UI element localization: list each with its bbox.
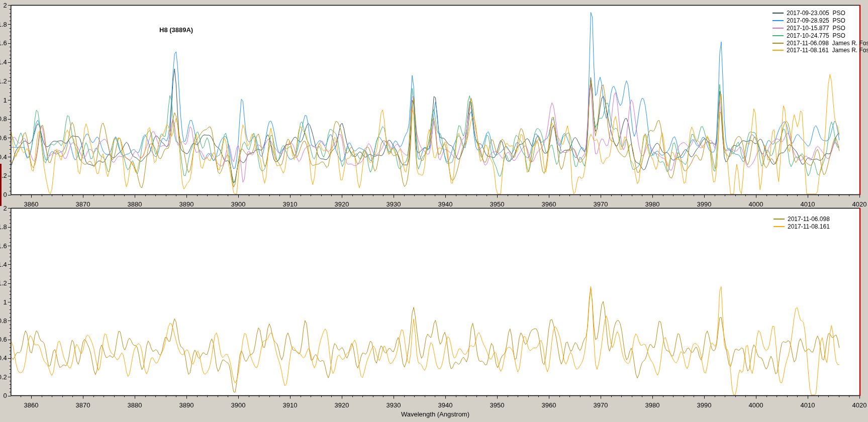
legend-label: 2017-11-06.098 — [788, 216, 830, 223]
legend-item: 2017-09-28.925 PSO — [773, 17, 868, 25]
legend-item: 2017-11-08.161 — [774, 223, 830, 231]
legend-label: 2017-11-06.098 James R. Foster — [787, 40, 868, 47]
legend-swatch — [773, 28, 784, 29]
spectra-viewer-window: H8 (3889A) 2017-09-23.005 PSO2017-09-28.… — [0, 0, 868, 422]
legend-swatch — [773, 20, 784, 21]
legend-label: 2017-10-24.775 PSO — [787, 32, 845, 39]
legend-label: 2017-11-08.161 James R. Foster — [787, 47, 868, 54]
legend-top: 2017-09-23.005 PSO2017-09-28.925 PSO2017… — [773, 10, 868, 54]
legend-swatch — [774, 219, 785, 220]
legend-label: 2017-11-08.161 — [788, 223, 830, 230]
legend-label: 2017-09-28.925 PSO — [787, 17, 845, 24]
legend-item: 2017-10-24.775 PSO — [773, 32, 868, 39]
legend-bottom: 2017-11-06.0982017-11-08.161 — [774, 216, 830, 231]
legend-item: 2017-11-06.098 — [774, 216, 830, 223]
legend-label: 2017-10-15.877 PSO — [787, 25, 845, 32]
x-axis-title: Wavelength (Angstrom) — [0, 410, 868, 418]
legend-swatch — [773, 35, 784, 36]
legend-item: 2017-11-06.098 James R. Foster — [773, 39, 868, 47]
legend-swatch — [774, 226, 785, 227]
window-border-fragment-left — [0, 164, 2, 206]
legend-item: 2017-09-23.005 PSO — [773, 10, 868, 17]
legend-item: 2017-10-15.877 PSO — [773, 25, 868, 32]
legend-swatch — [773, 43, 784, 44]
spectra-charts-canvas[interactable] — [0, 0, 868, 422]
legend-swatch — [773, 13, 784, 14]
legend-item: 2017-11-08.161 James R. Foster — [773, 47, 868, 54]
legend-swatch — [773, 50, 784, 51]
legend-label: 2017-09-23.005 PSO — [787, 10, 845, 17]
h8-line-annotation: H8 (3889A) — [159, 26, 193, 34]
